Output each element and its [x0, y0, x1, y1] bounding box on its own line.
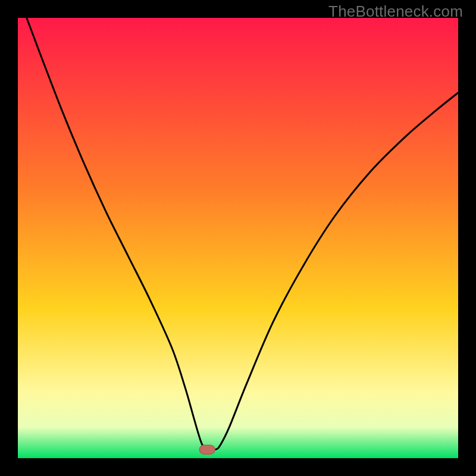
chart-frame: TheBottleneck.com: [0, 0, 476, 476]
gradient-background: [18, 18, 458, 458]
bottleneck-chart: [18, 18, 458, 458]
optimum-marker: [199, 445, 215, 454]
